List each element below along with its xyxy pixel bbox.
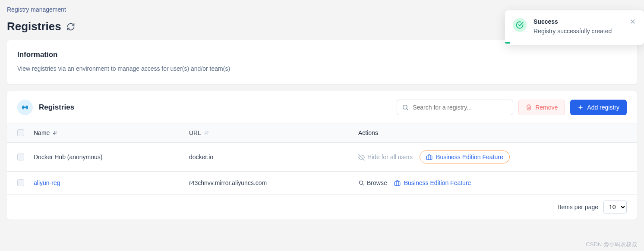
svg-point-1 bbox=[403, 105, 407, 109]
search-icon bbox=[402, 104, 409, 111]
browse-action[interactable]: Browse bbox=[358, 179, 387, 186]
table-row: aliyun-reg r43chnvv.mirror.aliyuncs.com … bbox=[7, 172, 637, 195]
registries-panel: Registries Remove Add registry bbox=[7, 91, 637, 220]
briefcase-icon bbox=[394, 180, 401, 186]
svg-point-0 bbox=[25, 107, 26, 108]
eye-off-icon bbox=[358, 154, 365, 160]
row-checkbox[interactable] bbox=[17, 179, 24, 186]
success-toast: Success Registry successfully created bbox=[505, 10, 644, 45]
svg-rect-9 bbox=[426, 156, 432, 160]
registries-title: Registries bbox=[39, 103, 391, 112]
information-description: View registries via an environment to ma… bbox=[17, 65, 627, 72]
close-icon[interactable] bbox=[629, 18, 636, 25]
remove-button-label: Remove bbox=[535, 104, 558, 111]
registry-name-link[interactable]: aliyun-reg bbox=[34, 179, 60, 186]
toast-progress-bar bbox=[505, 42, 510, 44]
svg-line-11 bbox=[363, 184, 364, 185]
bef-label: Business Edition Feature bbox=[436, 154, 503, 160]
table-footer: Items per page 10 bbox=[7, 195, 637, 220]
add-registry-button[interactable]: Add registry bbox=[570, 100, 627, 115]
toast-message: Registry successfully created bbox=[534, 27, 622, 36]
column-header-name[interactable]: Name bbox=[34, 129, 189, 136]
plus-icon bbox=[578, 104, 584, 110]
registry-name: Docker Hub (anonymous) bbox=[34, 154, 103, 160]
check-circle-icon bbox=[513, 18, 527, 32]
svg-point-10 bbox=[359, 181, 363, 184]
registries-header: Registries Remove Add registry bbox=[7, 91, 637, 123]
add-registry-button-label: Add registry bbox=[587, 104, 619, 111]
search-icon bbox=[358, 180, 364, 186]
table-header: Name URL Actions bbox=[7, 123, 637, 143]
bef-label: Business Edition Feature bbox=[404, 179, 471, 186]
column-actions-label: Actions bbox=[358, 129, 378, 136]
trash-icon bbox=[526, 104, 532, 110]
items-per-page-select[interactable]: 10 bbox=[603, 201, 627, 213]
table-row: Docker Hub (anonymous) docker.io Hide fo… bbox=[7, 143, 637, 172]
select-all-checkbox[interactable] bbox=[17, 129, 24, 136]
sort-icon bbox=[52, 130, 58, 136]
business-edition-feature-button[interactable]: Business Edition Feature bbox=[420, 151, 510, 163]
briefcase-icon bbox=[426, 154, 432, 160]
search-input[interactable] bbox=[397, 100, 513, 115]
business-edition-feature-link[interactable]: Business Edition Feature bbox=[394, 179, 471, 186]
column-header-url[interactable]: URL bbox=[189, 129, 358, 136]
column-url-label: URL bbox=[189, 129, 201, 136]
svg-line-2 bbox=[407, 109, 408, 110]
information-title: Information bbox=[17, 50, 627, 59]
search-wrapper bbox=[397, 100, 513, 115]
refresh-icon[interactable] bbox=[66, 22, 75, 31]
column-header-actions: Actions bbox=[358, 129, 627, 136]
registry-url: r43chnvv.mirror.aliyuncs.com bbox=[189, 179, 267, 186]
hide-label: Hide for all users bbox=[367, 154, 413, 160]
registry-url: docker.io bbox=[189, 154, 213, 160]
broadcast-icon bbox=[17, 100, 33, 115]
page-title: Registries bbox=[7, 20, 61, 33]
row-checkbox[interactable] bbox=[17, 154, 24, 160]
toast-title: Success bbox=[534, 18, 622, 25]
column-name-label: Name bbox=[34, 129, 50, 136]
sort-icon bbox=[204, 130, 210, 136]
browse-label: Browse bbox=[367, 179, 387, 186]
remove-button[interactable]: Remove bbox=[518, 100, 565, 115]
watermark: CSDN @小码农叔叔 bbox=[586, 241, 637, 248]
hide-for-all-users-action: Hide for all users bbox=[358, 154, 413, 160]
items-per-page-label: Items per page bbox=[558, 204, 598, 210]
toast-body: Success Registry successfully created bbox=[534, 18, 622, 36]
information-panel: Information View registries via an envir… bbox=[7, 40, 637, 84]
svg-rect-12 bbox=[395, 182, 400, 185]
registries-header-actions: Remove Add registry bbox=[397, 100, 627, 115]
